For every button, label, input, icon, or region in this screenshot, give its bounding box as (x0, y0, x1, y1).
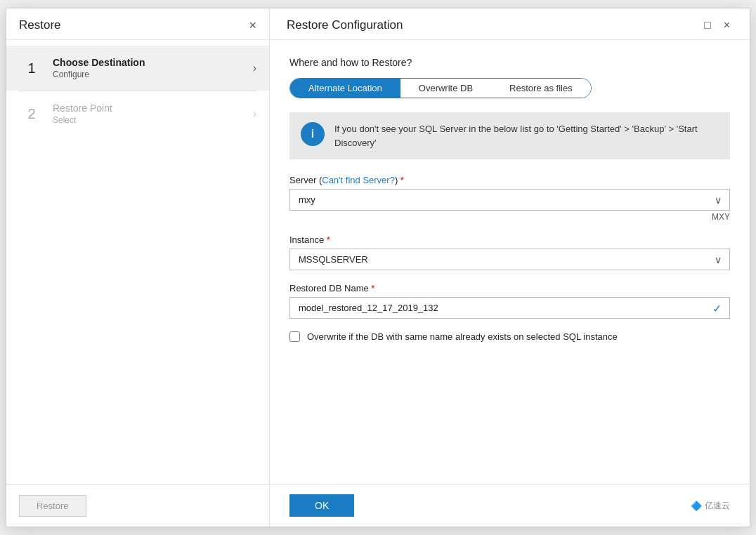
steps-container: 1 Choose Destination Configure › 2 Resto… (6, 40, 269, 484)
brand-text: 亿速云 (705, 500, 730, 512)
restore-button[interactable]: Restore (19, 495, 86, 517)
server-select[interactable]: mxy (289, 189, 730, 211)
overwrite-label[interactable]: Overwrite if the DB with same name alrea… (307, 331, 618, 342)
instance-select[interactable]: MSSQLSERVER (289, 249, 730, 270)
step-1-sublabel: Configure (53, 70, 253, 79)
server-required: * (400, 175, 404, 185)
right-header: Restore Configuration □ × (270, 8, 750, 40)
db-name-check-icon: ✓ (712, 301, 722, 315)
overwrite-checkbox-row: Overwrite if the DB with same name alrea… (289, 331, 730, 342)
db-name-field-group: Restored DB Name * ✓ (289, 283, 730, 319)
step-1-number: 1 (19, 55, 44, 81)
instance-field-group: Instance * MSSQLSERVER ∨ (289, 235, 730, 270)
step-1-text: Choose Destination Configure (53, 57, 253, 79)
right-content: Where and how to Restore? Alternate Loca… (270, 40, 750, 484)
ok-button[interactable]: OK (289, 494, 354, 517)
tab-restore-as-files[interactable]: Restore as files (491, 79, 591, 98)
step-2-chevron: › (253, 107, 256, 120)
info-box: i If you don't see your SQL Server in th… (289, 112, 730, 159)
tab-group: Alternate Location Overwrite DB Restore … (289, 78, 592, 98)
tab-alternate-location[interactable]: Alternate Location (290, 79, 400, 98)
close-button[interactable]: × (249, 19, 256, 32)
step-2[interactable]: 2 Restore Point Select › (6, 91, 269, 136)
window-controls: □ × (701, 19, 733, 32)
db-name-input[interactable] (289, 297, 730, 319)
step-1-chevron: › (253, 62, 256, 74)
server-field-group: Server (Can't find Server?) * mxy ∨ MXY (289, 175, 730, 222)
step-1[interactable]: 1 Choose Destination Configure › (6, 46, 269, 91)
db-name-required: * (371, 283, 374, 293)
left-panel: Restore × 1 Choose Destination Configure… (6, 8, 270, 527)
step-2-label: Restore Point (53, 103, 253, 114)
info-icon: i (301, 122, 325, 146)
server-label: Server (Can't find Server?) * (289, 175, 730, 185)
right-footer: OK 🔷 亿速云 (270, 484, 750, 527)
overwrite-checkbox[interactable] (289, 331, 300, 342)
server-select-wrapper: mxy ∨ (289, 189, 730, 211)
instance-label: Instance * (289, 235, 730, 245)
brand-icon: 🔷 (691, 501, 702, 511)
right-title: Restore Configuration (287, 18, 403, 32)
step-2-number: 2 (19, 101, 44, 126)
right-panel: Restore Configuration □ × Where and how … (270, 8, 750, 527)
step-2-sublabel: Select (53, 115, 253, 125)
left-title: Restore (19, 18, 61, 32)
step-1-label: Choose Destination (53, 57, 253, 68)
brand-watermark: 🔷 亿速云 (691, 500, 730, 512)
instance-required: * (327, 235, 330, 245)
maximize-button[interactable]: □ (701, 19, 714, 32)
left-footer: Restore (6, 484, 269, 527)
db-name-label: Restored DB Name * (289, 283, 730, 293)
server-hint: MXY (289, 212, 730, 222)
right-close-button[interactable]: × (721, 19, 733, 32)
section-heading: Where and how to Restore? (289, 57, 730, 68)
left-header: Restore × (6, 8, 269, 40)
info-text: If you don't see your SQL Server in the … (334, 122, 719, 150)
instance-select-wrapper: MSSQLSERVER ∨ (289, 249, 730, 270)
step-2-text: Restore Point Select (53, 103, 253, 125)
db-name-input-wrapper: ✓ (289, 297, 730, 319)
tab-overwrite-db[interactable]: Overwrite DB (400, 79, 491, 98)
cant-find-server-link[interactable]: Can't find Server? (322, 175, 395, 185)
